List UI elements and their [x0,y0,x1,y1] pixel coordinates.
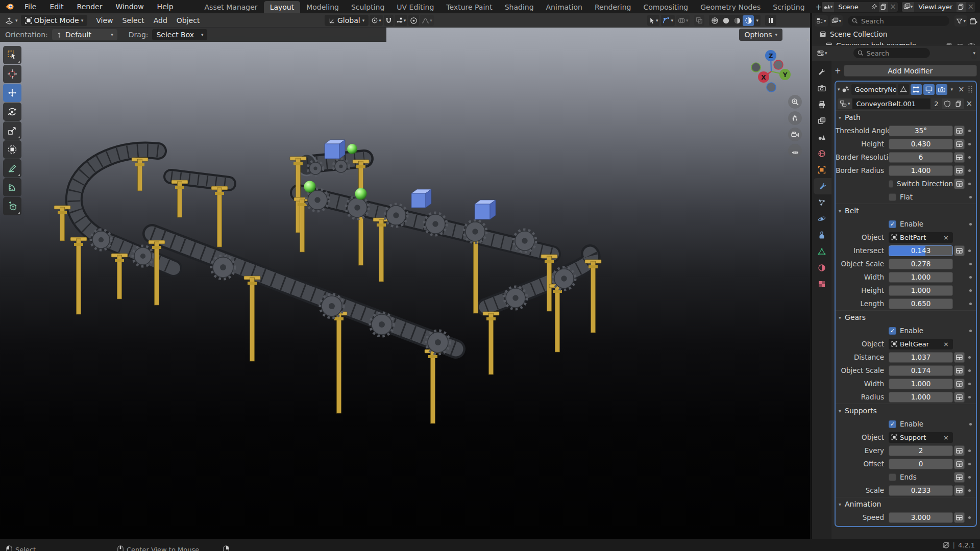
menu-file[interactable]: File [18,0,43,13]
viewport-menu-add[interactable]: Add [149,13,172,28]
animate-property-dot[interactable] [968,516,971,519]
viewlayer-selector[interactable]: ▾ ViewLayer × [901,2,976,12]
axis-neg-z[interactable] [767,83,776,92]
node-group-name-field[interactable]: ConveyorBelt.001 [852,98,931,109]
modifier-extras-dropdown[interactable]: ▾ [949,87,955,92]
value-field-radius[interactable]: 1.000 [889,392,953,403]
pin-icon[interactable] [870,4,879,10]
animate-property-dot[interactable] [968,369,971,372]
modifier-name-field[interactable]: GeometryNo... [851,84,896,95]
new-collection-button[interactable] [969,17,977,25]
value-field-every[interactable]: 2 [889,445,953,456]
selectability-dropdown[interactable]: ▾ [647,15,660,26]
shading-wireframe-toggle[interactable] [709,15,720,26]
add-primitive-tool-button[interactable] [3,197,21,215]
menu-edit[interactable]: Edit [43,0,70,13]
properties-options-dropdown[interactable]: ▾ [971,47,977,59]
viewport-menu-object[interactable]: Object [172,13,205,28]
properties-tab-object[interactable] [812,162,831,178]
shading-dropdown[interactable]: ▾ [754,18,761,23]
new-viewlayer-icon[interactable] [957,2,966,12]
outliner-filter-dropdown[interactable]: ▾ [954,15,967,27]
value-field-threshold-angle[interactable]: 35° [889,126,953,136]
section-header-belt[interactable]: ▾Belt [836,204,976,217]
region-collapse-arrow[interactable]: ‹ [806,36,809,43]
properties-tab-particles[interactable] [812,194,831,211]
clear-object-icon[interactable]: × [942,434,950,441]
add-modifier-button[interactable]: Add Modifier [844,65,977,77]
section-header-animation[interactable]: ▾Animation [836,497,976,511]
animate-property-dot[interactable] [968,130,971,132]
pause-button[interactable] [765,15,776,26]
input-attribute-toggle[interactable] [954,472,965,483]
checkbox-enable[interactable]: ✓ [889,220,896,228]
input-attribute-toggle[interactable] [954,152,965,163]
input-attribute-toggle[interactable] [954,126,965,136]
tweak-select-tool-button[interactable] [3,46,21,64]
properties-tab-scene[interactable] [812,129,831,145]
proportional-falloff-dropdown[interactable]: ▾ [420,15,434,26]
outliner-display-mode-dropdown[interactable]: ▾ [815,15,828,27]
animate-property-dot[interactable] [969,330,972,332]
animate-property-dot[interactable] [969,276,972,279]
shading-material-toggle[interactable] [731,15,743,26]
modifier-expand-icon[interactable]: ▾ [838,87,840,92]
remove-viewlayer-icon[interactable]: × [966,2,975,11]
workspace-tab-shading[interactable]: Shading [499,1,540,13]
menu-render[interactable]: Render [70,0,109,13]
shading-rendered-toggle[interactable] [743,15,754,26]
snap-settings-dropdown[interactable]: ▾ [395,15,408,26]
viewport-3d[interactable]: ▾ Object Mode ▾ ViewSelectAddObject Glob… [0,13,811,539]
checkbox-switch-direction[interactable] [889,180,893,188]
measure-tool-button[interactable] [3,178,21,196]
modifier-render-toggle[interactable] [936,84,947,95]
value-field-width[interactable]: 1.000 [889,272,953,283]
cursor-tool-button[interactable] [3,65,21,83]
animate-property-dot[interactable] [968,489,971,492]
input-attribute-toggle[interactable] [954,245,965,256]
rotate-tool-button[interactable] [3,103,21,121]
workspace-tab-rendering[interactable]: Rendering [589,1,638,13]
mode-dropdown[interactable]: Object Mode ▾ [21,15,88,26]
ortho-grid-button[interactable] [788,144,802,158]
menu-window[interactable]: Window [109,0,150,13]
axis-neg-y[interactable] [751,63,761,72]
properties-tab-constraints[interactable] [812,227,831,243]
value-field-border-radius[interactable]: 1.400 [889,165,953,176]
modifier-on-cage-toggle[interactable] [911,84,922,95]
workspace-tab-modeling[interactable]: Modeling [300,1,345,13]
animate-property-dot[interactable] [969,223,972,226]
animate-property-dot[interactable] [968,449,971,452]
pan-button[interactable] [788,111,802,125]
animate-property-dot[interactable] [968,396,971,398]
scene-selector[interactable]: ▾ Scene × [821,2,898,12]
clear-object-icon[interactable]: × [942,340,950,348]
viewport-menu-view[interactable]: View [91,13,117,28]
animate-property-dot[interactable] [968,249,971,252]
outliner-item-conveyor-belt-example[interactable]: Conveyor belt example [812,40,980,45]
transform-orientation-dropdown[interactable]: Global ▾ [325,15,369,26]
workspace-tab-asset-manager[interactable]: Asset Manager [199,1,264,13]
modifier-drag-handle[interactable] [968,86,974,93]
blender-logo-icon[interactable] [0,3,18,10]
value-field-offset[interactable]: 0 [889,459,953,469]
move-tool-button[interactable] [3,84,21,102]
animate-property-dot[interactable] [968,156,971,159]
outliner-filter-id-dropdown[interactable]: ▾ [830,15,843,27]
shading-solid-toggle[interactable] [720,15,731,26]
animate-property-dot[interactable] [969,263,972,265]
checkbox-enable[interactable]: ✓ [889,327,896,335]
workspace-tab-geometry-nodes[interactable]: Geometry Nodes [694,1,767,13]
options-dropdown[interactable]: Options▾ [739,29,782,41]
scene-browse-icon[interactable]: ▾ [822,2,835,12]
properties-search-input[interactable]: Search [853,48,930,58]
camera-view-button[interactable] [788,128,802,141]
transform-tool-button[interactable] [3,140,21,159]
node-group-users-count[interactable]: 2 [930,98,942,109]
properties-tab-texture[interactable] [812,276,831,292]
input-attribute-toggle[interactable] [954,445,965,456]
section-header-path[interactable]: ▾Path [836,110,976,124]
section-header-gears[interactable]: ▾Gears [836,310,976,324]
node-group-browse-dropdown[interactable]: ▾ [838,98,852,109]
input-attribute-toggle[interactable] [954,365,965,376]
